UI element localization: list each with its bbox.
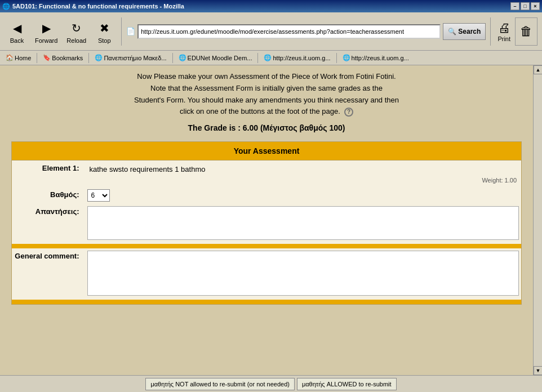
address-bar: 📄 🔍 Search (126, 23, 486, 40)
reload-icon: ↻ (68, 19, 86, 37)
stop-icon: ✖ (95, 19, 113, 37)
element1-value: kathe swsto requirements 1 bathmo (87, 163, 519, 176)
help-icon[interactable]: ? (344, 108, 353, 117)
bookmark4-icon: 🌐 (343, 54, 350, 61)
bm-separator5 (336, 53, 337, 63)
weight-text: Weight: 1.00 (87, 176, 519, 185)
bm-separator2 (88, 53, 89, 63)
assessment-table: Your Assessment Element 1: kathe swsto r… (11, 141, 522, 305)
bookmark-item3[interactable]: 🌐 http://zeus.it.uom.g... (260, 53, 334, 63)
assessment-header: Your Assessment (12, 142, 522, 161)
page-content: Now Please make your own Assessment of t… (0, 65, 533, 375)
intro-line1: Now Please make your own Assessment of t… (11, 71, 522, 83)
grade-text: The Grade is : 6.00 (Μέγιστος βαθμός 100… (11, 123, 522, 132)
bookmark-bookmarks[interactable]: 🔖 Bookmarks (39, 53, 86, 63)
divider2 (12, 300, 522, 304)
print-icon: 🖨 (498, 21, 510, 35)
bookmark-home[interactable]: 🏠 Home (2, 53, 34, 63)
intro-line3: Student's Form. You should make any amen… (11, 95, 522, 106)
grade-select[interactable]: 6 1 2 3 4 5 7 8 9 10 (87, 189, 110, 202)
maximize-button[interactable]: □ (521, 2, 530, 10)
address-input[interactable] (137, 24, 441, 39)
bookmark-item1[interactable]: 🌐 Πανεπιστήμιο Μακεδ... (91, 53, 170, 63)
grade-select-cell: 6 1 2 3 4 5 7 8 9 10 (85, 187, 522, 204)
answers-label: Απαντήσεις: (12, 204, 85, 244)
back-icon: ◀ (8, 19, 26, 37)
element1-content: kathe swsto requirements 1 bathmo Weight… (85, 161, 522, 188)
general-comment-textarea[interactable] (87, 251, 519, 296)
bm-separator1 (37, 53, 37, 63)
bookmark2-icon: 🌐 (179, 54, 186, 61)
window-title: 5AD101: Functional & no functional requi… (12, 3, 184, 10)
answers-content (85, 204, 522, 244)
print-button[interactable]: 🖨 Print (495, 20, 513, 43)
bookmark-item4[interactable]: 🌐 http://zeus.it.uom.g... (339, 53, 412, 63)
element1-label: Element 1: (12, 161, 85, 188)
stop-button[interactable]: ✖ Stop (92, 18, 117, 45)
bookmarks-bar: 🏠 Home 🔖 Bookmarks 🌐 Πανεπιστήμιο Μακεδ.… (0, 51, 542, 65)
close-button[interactable]: × (531, 2, 540, 10)
search-button[interactable]: 🔍 Search (443, 23, 486, 40)
intro-line4: click on one of the buttons at the foot … (11, 106, 522, 118)
toolbar: ◀ Back ▶ Forward ↻ Reload ✖ Stop 📄 🔍 Sea… (0, 12, 542, 51)
trash-icon: 🗑 (515, 17, 537, 46)
not-allowed-resubmit-button[interactable]: μαθητής NOT allowed to re-submit (or not… (145, 378, 295, 390)
bm-separator3 (172, 53, 173, 63)
back-button[interactable]: ◀ Back (5, 18, 29, 45)
bm-separator4 (257, 53, 258, 63)
scroll-track (534, 74, 542, 366)
bookmark1-icon: 🌐 (95, 54, 103, 61)
scroll-down-button[interactable]: ▼ (534, 366, 542, 375)
intro-line2: Note that the Assessment Form is initial… (11, 83, 522, 95)
page-icon: 📄 (126, 27, 135, 35)
page-container: Now Please make your own Assessment of t… (0, 65, 542, 375)
status-bar: μαθητής NOT allowed to re-submit (or not… (0, 375, 542, 392)
minimize-button[interactable]: – (510, 2, 519, 10)
general-comment-label: General comment: (12, 248, 85, 300)
grade-label: Βαθμός: (12, 187, 85, 204)
bookmark-item2[interactable]: 🌐 EDUNet Moodle Dem... (175, 53, 256, 63)
toolbar-separator (121, 17, 122, 46)
forward-icon: ▶ (37, 19, 55, 37)
bookmark3-icon: 🌐 (264, 54, 272, 61)
answers-textarea[interactable] (87, 206, 519, 240)
toolbar-separator2 (490, 17, 491, 46)
title-bar: 🌐 5AD101: Functional & no functional req… (0, 0, 542, 12)
forward-button[interactable]: ▶ Forward (32, 18, 61, 45)
intro-text: Now Please make your own Assessment of t… (11, 71, 522, 118)
reload-button[interactable]: ↻ Reload (63, 18, 90, 45)
scrollbar[interactable]: ▲ ▼ (533, 65, 542, 375)
bookmarks-icon: 🔖 (43, 54, 51, 61)
general-comment-content (85, 248, 522, 300)
app-icon: 🌐 (2, 3, 10, 10)
divider1 (12, 244, 522, 248)
scroll-up-button[interactable]: ▲ (534, 65, 542, 74)
search-icon: 🔍 (448, 28, 456, 35)
home-icon: 🏠 (6, 54, 14, 61)
allowed-resubmit-button[interactable]: μαθητής ALLOWED to re-submit (297, 378, 397, 390)
